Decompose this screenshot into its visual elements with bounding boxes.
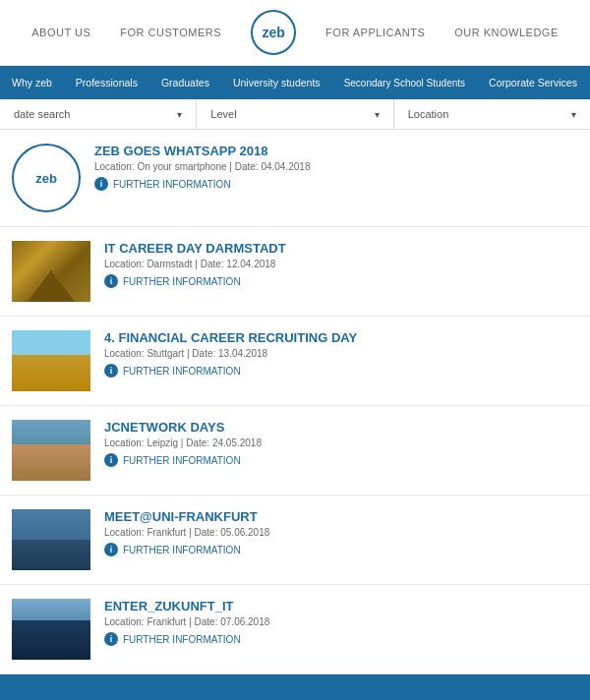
further-info-link[interactable]: i FURTHER INFORMATION xyxy=(104,274,578,288)
top-nav: ABOUT US FOR CUSTOMERS zeb FOR APPLICANT… xyxy=(0,0,590,66)
event-title: ENTER_ZUKUNFT_IT xyxy=(104,599,578,613)
info-icon: i xyxy=(104,453,118,467)
filter-level[interactable]: Level ▾ xyxy=(197,99,393,129)
table-row: IT CAREER DAY DARMSTADT Location: Darmst… xyxy=(0,227,590,317)
event-meta: Location: Darmstadt | Date: 12.04.2018 xyxy=(104,259,578,269)
subnav-graduates[interactable]: Graduates xyxy=(149,67,221,98)
event-meta: Location: Frankfurt | Date: 05.06.2018 xyxy=(104,527,578,538)
event-list: zeb ZEB GOES WHATSAPP 2018 Location: On … xyxy=(0,130,590,674)
table-row: ENTER_ZUKUNFT_IT Location: Frankfurt | D… xyxy=(0,585,590,674)
event-meta: Location: On your smartphone | Date: 04.… xyxy=(94,161,578,172)
further-info-link[interactable]: i FURTHER INFORMATION xyxy=(94,177,578,191)
event-meta: Location: Stuttgart | Date: 13.04.2018 xyxy=(104,348,578,359)
subnav-university[interactable]: University students xyxy=(221,67,332,98)
sub-nav: Why zeb Professionals Graduates Universi… xyxy=(0,66,590,99)
info-icon: i xyxy=(104,364,118,378)
table-row: 4. FINANCIAL CAREER RECRUITING DAY Locat… xyxy=(0,317,590,406)
subnav-corporate[interactable]: Corporate Services xyxy=(477,67,589,98)
subnav-professionals[interactable]: Professionals xyxy=(64,67,149,98)
stay-in-touch-section: ✉STAY IN TOUCH Receive current career ne… xyxy=(0,674,590,700)
further-info-link[interactable]: i FURTHER INFORMATION xyxy=(104,453,578,467)
info-icon: i xyxy=(104,274,118,288)
further-info-link[interactable]: i FURTHER INFORMATION xyxy=(104,543,578,556)
subnav-secondary[interactable]: Secondary School Students xyxy=(332,68,477,98)
info-icon: i xyxy=(104,543,118,556)
further-info-link[interactable]: i FURTHER INFORMATION xyxy=(104,632,578,646)
info-icon: i xyxy=(104,632,118,646)
event-meta: Location: Leipzig | Date: 24.05.2018 xyxy=(104,438,578,448)
nav-for-customers[interactable]: FOR CUSTOMERS xyxy=(120,27,221,38)
event-title: IT CAREER DAY DARMSTADT xyxy=(104,241,578,256)
chevron-down-icon: ▾ xyxy=(177,109,182,120)
further-info-link[interactable]: i FURTHER INFORMATION xyxy=(104,364,578,378)
filter-location[interactable]: Location ▾ xyxy=(394,99,590,129)
nav-for-applicants[interactable]: FOR APPLICANTS xyxy=(325,27,425,38)
table-row: zeb ZEB GOES WHATSAPP 2018 Location: On … xyxy=(0,130,590,227)
event-title: ZEB GOES WHATSAPP 2018 xyxy=(94,144,578,158)
filter-bar: date search ▾ Level ▾ Location ▾ xyxy=(0,99,590,130)
chevron-down-icon: ▾ xyxy=(375,109,380,120)
event-thumbnail xyxy=(12,509,90,570)
subnav-why-zeb[interactable]: Why zeb xyxy=(0,67,64,98)
event-title: 4. FINANCIAL CAREER RECRUITING DAY xyxy=(104,330,578,345)
table-row: JCNETWORK DAYS Location: Leipzig | Date:… xyxy=(0,406,590,496)
event-title: JCNETWORK DAYS xyxy=(104,420,578,435)
nav-our-knowledge[interactable]: OUR KNOWLEDGE xyxy=(454,27,559,38)
event-title: MEET@UNI-FRANKFURT xyxy=(104,509,578,524)
event-meta: Location: Frankfurt | Date: 07.06.2018 xyxy=(104,616,578,627)
nav-about[interactable]: ABOUT US xyxy=(31,27,90,38)
event-thumbnail xyxy=(12,330,90,391)
logo: zeb xyxy=(251,10,296,55)
table-row: MEET@UNI-FRANKFURT Location: Frankfurt |… xyxy=(0,496,590,585)
event-thumbnail xyxy=(12,420,90,481)
chevron-down-icon: ▾ xyxy=(571,109,576,120)
info-icon: i xyxy=(94,177,108,191)
filter-date[interactable]: date search ▾ xyxy=(0,99,197,129)
event-thumbnail: zeb xyxy=(12,144,81,212)
event-thumbnail xyxy=(12,241,90,302)
event-thumbnail xyxy=(12,599,90,660)
